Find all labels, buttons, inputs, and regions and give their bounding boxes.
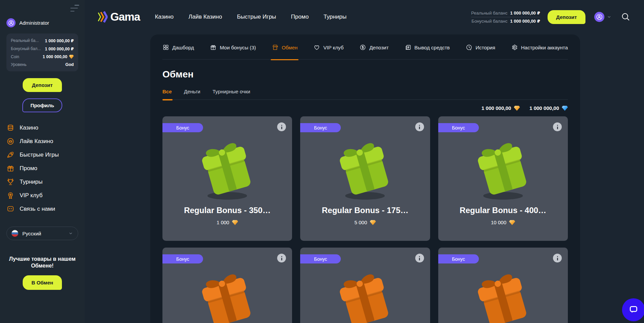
coin-gem-icon — [370, 220, 376, 225]
card-price: 1 000 — [217, 220, 238, 225]
bonus-balance-row: Бонусный бал... 1 000 000,00 ₽ — [11, 45, 74, 53]
search-icon[interactable] — [621, 12, 630, 22]
page-title: Обмен — [162, 69, 568, 80]
info-icon[interactable] — [553, 254, 562, 262]
card-title: Regular Bonus - 400… — [460, 206, 546, 215]
top-nav-fast-games[interactable]: Быстрые Игры — [237, 14, 276, 20]
vip-badge-icon — [6, 191, 15, 200]
gift-box-image — [193, 134, 262, 204]
top-nav-casino[interactable]: Казино — [155, 14, 174, 20]
top-nav-live-casino[interactable]: Лайв Казино — [188, 14, 222, 20]
header-deposit-button[interactable]: Депозит — [548, 10, 585, 24]
banknote-icon — [405, 44, 412, 51]
info-icon[interactable] — [277, 254, 286, 262]
bonus-badge: Бонус — [162, 123, 203, 132]
coin-balance-row: Coin 1 000 000,00 — [11, 53, 74, 61]
exchange-filters: Все Деньги Турнирные очки — [162, 89, 568, 100]
to-exchange-button[interactable]: В Обмен — [23, 275, 62, 290]
info-icon[interactable] — [277, 122, 286, 131]
tab-dashboard[interactable]: Дашборд — [162, 44, 194, 51]
bonus-badge: Бонус — [300, 123, 341, 132]
storefront-icon — [272, 44, 279, 51]
bonus-card[interactable]: Бонус — [300, 248, 430, 323]
sidebar-item-casino[interactable]: Казино — [6, 121, 78, 135]
chevron-down-icon — [68, 231, 73, 236]
sidebar-item-fast-games[interactable]: Быстрые Игры — [6, 148, 78, 162]
level-row: Уровень God — [11, 61, 74, 68]
gift-box-image — [330, 134, 400, 204]
logo[interactable]: Gama — [97, 10, 140, 23]
main-panel: Дашборд Мои бонусы (3) Обмен VIP клуб Де… — [150, 34, 580, 323]
bonus-badge: Бонус — [162, 254, 203, 263]
language-selector[interactable]: Русский — [6, 227, 78, 240]
hamburger-menu-icon[interactable] — [70, 5, 79, 11]
history-clock-icon — [466, 44, 472, 51]
info-icon[interactable] — [553, 122, 562, 131]
sidebar-nav: Казино Лайв Казино Быстрые Игры Промо Ту… — [6, 121, 78, 216]
bonus-card[interactable]: Бонус — [438, 248, 568, 323]
tab-history[interactable]: История — [466, 44, 495, 51]
sidebar-item-contact[interactable]: Связь с нами — [6, 202, 78, 216]
gift-icon — [6, 164, 15, 172]
top-nav-promo[interactable]: Промо — [291, 14, 309, 20]
filter-money[interactable]: Деньги — [184, 89, 200, 94]
chevron-down-icon — [607, 15, 612, 19]
tab-account-settings[interactable]: Настройки аккаунта — [511, 44, 568, 51]
sidebar-item-vip[interactable]: VIP клуб — [6, 189, 78, 202]
topbar: Gama Казино Лайв Казино Быстрые Игры Про… — [85, 0, 644, 34]
bonus-card[interactable]: Бонус — [162, 116, 292, 241]
exchange-balances: 1 000 000,00 1 000 000,00 — [162, 105, 568, 111]
card-price: 5 000 — [354, 220, 376, 225]
bonus-badge: Бонус — [438, 254, 479, 263]
filter-tournament-points[interactable]: Турнирные очки — [213, 89, 250, 94]
card-price: 10 000 — [491, 220, 515, 225]
trophy-icon — [6, 178, 15, 186]
gift-box-image — [468, 265, 538, 323]
rocket-icon — [6, 151, 15, 159]
sidebar-item-tournaments[interactable]: Турниры — [6, 175, 78, 189]
filter-all[interactable]: Все — [162, 89, 172, 94]
heart-icon — [313, 44, 320, 51]
tab-vip-club[interactable]: VIP клуб — [313, 44, 343, 51]
header-balances: Реальный баланс 1 000 000,00 ₽ Бонусный … — [471, 9, 540, 25]
top-nav-tournaments[interactable]: Турниры — [324, 14, 347, 20]
bonus-card[interactable]: Бонус — [300, 116, 430, 241]
info-icon[interactable] — [415, 254, 424, 262]
live-chat-button[interactable] — [622, 298, 644, 321]
logo-text: Gama — [110, 10, 140, 23]
points-gem-icon — [562, 106, 568, 111]
avatar-icon — [594, 12, 604, 22]
points-balance: 1 000 000,00 — [529, 105, 568, 111]
tab-deposit[interactable]: Депозит — [359, 44, 388, 51]
top-nav: Казино Лайв Казино Быстрые Игры Промо Ту… — [155, 14, 347, 20]
tab-exchange[interactable]: Обмен — [272, 44, 297, 51]
bonus-card[interactable]: Бонус — [438, 116, 568, 241]
username: Administrator — [19, 20, 49, 26]
gear-icon — [511, 44, 518, 51]
bonus-cards-grid: Бонус — [162, 116, 568, 323]
bonus-badge: Бонус — [300, 254, 341, 263]
sidebar-deposit-button[interactable]: Депозит — [23, 78, 62, 92]
bonus-card[interactable]: Бонус — [162, 248, 292, 323]
coins-icon — [6, 124, 15, 132]
tab-my-bonuses[interactable]: Мои бонусы (3) — [210, 44, 256, 51]
logo-chevrons-icon — [97, 11, 108, 23]
sidebar: Administrator Реальный ба... 1 000 000,0… — [0, 0, 85, 323]
russian-flag-icon — [12, 230, 18, 237]
sidebar-item-live-casino[interactable]: Лайв Казино — [6, 135, 78, 148]
chat-bubble-icon — [6, 205, 15, 213]
sidebar-profile-button[interactable]: Профиль — [22, 98, 62, 112]
gift-box-image — [193, 265, 262, 323]
dollar-coin-icon — [359, 44, 366, 51]
user-row[interactable]: Administrator — [6, 18, 78, 27]
promo-text: Лучшие товары в нашем Обмене! — [6, 256, 78, 269]
account-tabs: Дашборд Мои бонусы (3) Обмен VIP клуб Де… — [162, 44, 568, 60]
live-casino-icon — [6, 137, 15, 145]
tab-withdraw[interactable]: Вывод средств — [405, 44, 450, 51]
info-icon[interactable] — [415, 122, 424, 131]
sidebar-item-promo[interactable]: Промо — [6, 162, 78, 175]
account-menu[interactable] — [594, 12, 612, 22]
balance-card: Реальный ба... 1 000 000,00 ₽ Бонусный б… — [6, 33, 78, 71]
chat-bubble-icon — [628, 304, 639, 316]
bonus-badge: Бонус — [438, 123, 479, 132]
